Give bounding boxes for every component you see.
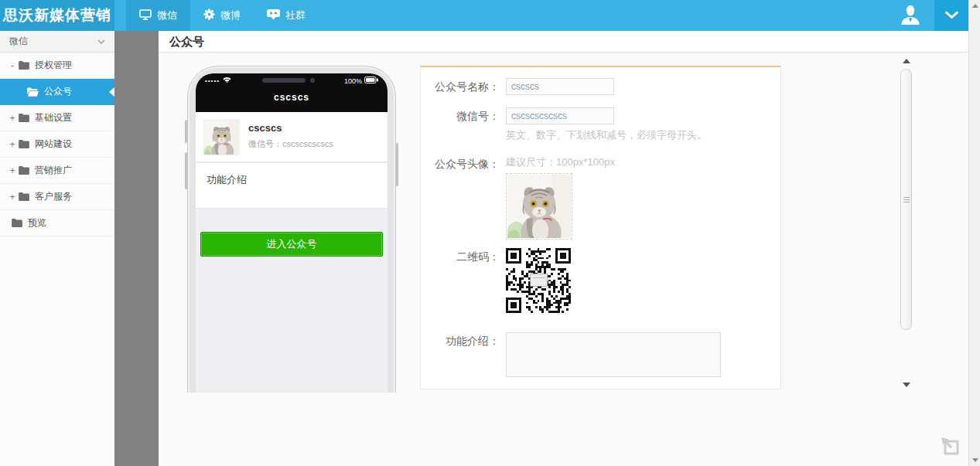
expand-toggle[interactable]: + [8,139,17,150]
sidebar-item-label: 预览 [28,216,46,230]
expand-toggle[interactable]: + [8,113,17,124]
sidebar-item-preview[interactable]: 预览 [0,210,114,236]
tab-label: 社群 [285,9,306,22]
content-area: ••••• 100% [159,53,968,466]
scroll-down-arrow-icon[interactable] [903,383,910,387]
browser-scrollbar[interactable] [968,0,980,466]
scroll-up-arrow-icon[interactable] [903,59,910,63]
wechat-id-hint: 英文、数字、下划线和减号，必须字母开头。 [506,128,707,142]
function-intro-section: 功能介绍 [196,163,388,209]
folder-icon [19,114,29,122]
tab-wechat[interactable]: 微信 [126,0,190,31]
sidebar-item-website[interactable]: + 网站建设 [0,131,114,158]
chevron-down-icon [97,37,105,46]
battery-icon [364,77,378,85]
sidebar-item-official-account[interactable]: 公众号 [0,79,114,105]
sidebar-item-marketing[interactable]: + 营销推广 [0,158,114,184]
sidebar-header[interactable]: 微信 [0,31,114,53]
expand-toggle[interactable]: + [8,165,17,176]
phone-preview: ••••• 100% [185,66,398,393]
back-to-top-icon [939,435,962,458]
back-to-top-button[interactable] [939,435,962,458]
sidebar-item-auth-management[interactable]: - 授权管理 [0,53,114,79]
folder-open-icon [27,87,39,97]
app-logo: 思沃新媒体营销 [0,0,114,31]
sidebar-item-label: 基础设置 [35,111,72,124]
sidebar-item-label: 营销推广 [35,164,72,177]
avatar-size-hint: 建议尺寸：100px*100px [506,155,615,169]
folder-icon [19,192,29,201]
community-icon [267,9,280,22]
scrollbar-thumb[interactable] [900,69,912,330]
main-panel: 公众号 ••••• [159,31,968,466]
sidebar-item-label: 客户服务 [35,190,72,203]
sidebar-item-customer-service[interactable]: + 客户服务 [0,184,114,210]
account-avatar-image [203,119,240,155]
page-title: 公众号 [159,31,968,53]
sidebar-item-label: 授权管理 [35,59,72,72]
tab-label: 微博 [220,9,241,22]
avatar-image [507,175,571,238]
content-scrollbar[interactable] [900,59,913,390]
application-window: 思沃新媒体营销 微信 微博 [0,0,980,466]
phone-speaker-slot [262,78,306,83]
monitor-icon [139,9,152,22]
account-form: 公众号名称： 微信号： 英文、数字、下划线和减号，必须字母开头。 [420,66,781,389]
qrcode-label: 二维码： [421,248,500,264]
phone-camera-dot [310,78,315,83]
phone-side-button [185,120,187,143]
scrollbar-down-arrow-icon[interactable] [972,458,978,462]
sidebar-item-label: 公众号 [44,85,72,98]
active-caret-icon [109,87,114,97]
account-name-input[interactable] [506,78,614,95]
topbar-tabs: 微信 微博 社群 [126,0,319,31]
topbar: 思沃新媒体营销 微信 微博 [0,0,968,31]
collapse-header-button[interactable] [934,0,968,31]
gear-icon [203,9,215,22]
collapse-toggle[interactable]: - [8,60,17,71]
wechat-id-label: 微信号： [421,107,500,124]
phone-statusbar: ••••• 100% [196,73,388,112]
folder-icon [19,140,29,148]
sidebar-item-basic-settings[interactable]: + 基础设置 [0,105,114,131]
wifi-icon [223,77,231,84]
folder-icon [19,61,29,70]
tab-community[interactable]: 社群 [254,0,319,31]
wechat-id-input[interactable] [506,107,614,124]
phone-screen: ••••• 100% [196,73,388,393]
account-name: cscscs [248,122,333,134]
avatar-upload-box[interactable] [506,173,572,240]
battery-percent: 100% [344,77,362,85]
phone-side-button [396,143,398,186]
folder-icon [19,166,29,175]
qr-code-image [506,248,571,313]
signal-dots: ••••• [205,77,220,84]
avatar-label: 公众号头像： [421,155,500,172]
sidebar: 微信 - 授权管理 公众号 [0,31,114,466]
tab-label: 微信 [157,9,177,22]
enter-account-button[interactable]: 进入公众号 [200,232,383,257]
chevron-down-icon [944,9,959,22]
sidebar-item-label: 网站建设 [35,138,72,151]
phone-side-button [185,152,187,189]
user-avatar-icon [900,4,920,28]
user-menu-button[interactable] [886,0,934,31]
sidebar-divider-column [114,31,159,466]
expand-toggle[interactable]: + [8,192,17,202]
account-name-label: 公众号名称： [421,78,500,94]
sidebar-header-label: 微信 [9,35,28,48]
intro-textarea[interactable] [506,332,721,377]
folder-icon [12,219,22,227]
account-wechat-id: 微信号：cscscscscscs [248,138,333,150]
scrollbar-up-arrow-icon[interactable] [972,4,978,8]
intro-label: 功能介绍： [421,332,500,349]
account-profile-card: cscscs 微信号：cscscscscscs [196,112,388,163]
tab-weibo[interactable]: 微博 [190,0,254,31]
